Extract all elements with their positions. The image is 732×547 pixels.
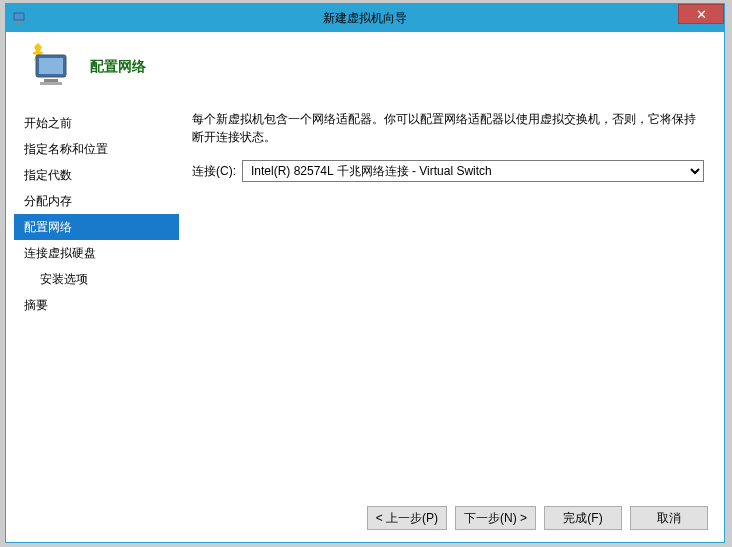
sidebar-item-install-options[interactable]: 安装选项 — [14, 266, 179, 292]
app-icon — [12, 10, 28, 26]
content-area: 开始之前 指定名称和位置 指定代数 分配内存 配置网络 连接虚拟硬盘 安装选项 … — [6, 102, 724, 482]
description-text: 每个新虚拟机包含一个网络适配器。你可以配置网络适配器以使用虚拟交换机，否则，它将… — [192, 110, 704, 146]
sidebar-item-name-location[interactable]: 指定名称和位置 — [14, 136, 179, 162]
close-button[interactable]: ✕ — [678, 4, 724, 24]
window-title: 新建虚拟机向导 — [323, 10, 407, 27]
sidebar-item-generation[interactable]: 指定代数 — [14, 162, 179, 188]
wizard-steps-sidebar: 开始之前 指定名称和位置 指定代数 分配内存 配置网络 连接虚拟硬盘 安装选项 … — [14, 102, 179, 482]
svg-rect-0 — [14, 13, 24, 20]
close-icon: ✕ — [696, 7, 707, 22]
finish-button[interactable]: 完成(F) — [544, 506, 622, 530]
header-area: 配置网络 — [6, 32, 724, 102]
svg-rect-1 — [16, 21, 22, 23]
wizard-window: 新建虚拟机向导 ✕ 配置网络 开始之前 指定名称和位置 指定代数 分配内存 配置… — [5, 3, 725, 543]
connection-row: 连接(C): Intel(R) 82574L 千兆网络连接 - Virtual … — [192, 160, 704, 182]
svg-rect-4 — [39, 58, 63, 74]
next-button[interactable]: 下一步(N) > — [455, 506, 536, 530]
connection-label: 连接(C): — [192, 163, 236, 180]
svg-rect-5 — [44, 79, 58, 82]
sidebar-item-vhd[interactable]: 连接虚拟硬盘 — [14, 240, 179, 266]
sidebar-item-before-begin[interactable]: 开始之前 — [14, 110, 179, 136]
wizard-icon — [26, 43, 74, 91]
prev-button[interactable]: < 上一步(P) — [367, 506, 447, 530]
sidebar-item-network[interactable]: 配置网络 — [14, 214, 179, 240]
page-title: 配置网络 — [90, 58, 146, 76]
sidebar-item-summary[interactable]: 摘要 — [14, 292, 179, 318]
button-bar: < 上一步(P) 下一步(N) > 完成(F) 取消 — [367, 506, 708, 530]
svg-rect-6 — [40, 82, 62, 85]
main-panel: 每个新虚拟机包含一个网络适配器。你可以配置网络适配器以使用虚拟交换机，否则，它将… — [179, 102, 716, 482]
cancel-button[interactable]: 取消 — [630, 506, 708, 530]
sidebar-item-memory[interactable]: 分配内存 — [14, 188, 179, 214]
titlebar: 新建虚拟机向导 ✕ — [6, 4, 724, 32]
connection-select[interactable]: Intel(R) 82574L 千兆网络连接 - Virtual Switch — [242, 160, 704, 182]
